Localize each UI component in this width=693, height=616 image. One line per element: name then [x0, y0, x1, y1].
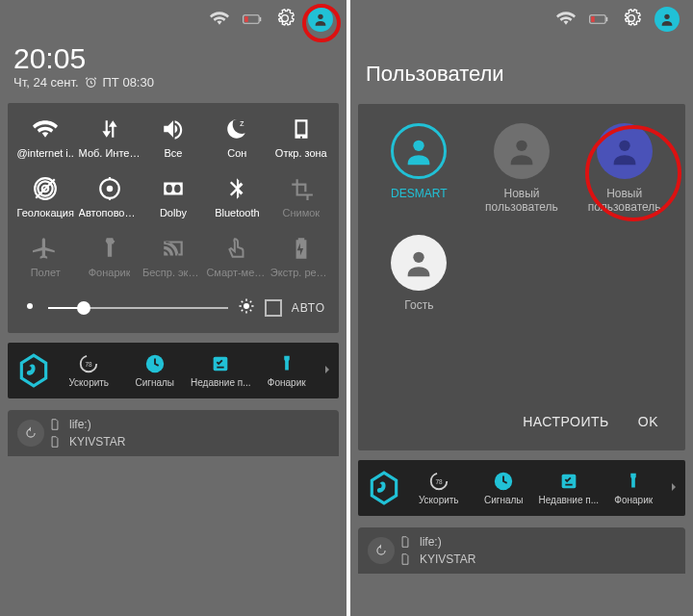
wifi-icon — [210, 9, 229, 31]
tool-torch2[interactable]: Фонарик — [602, 471, 667, 505]
tool-gauge[interactable]: Ускорить — [56, 353, 122, 388]
brightness-low-icon — [21, 297, 38, 318]
status-bar — [350, 0, 693, 38]
svg-rect-23 — [260, 17, 261, 21]
ok-button[interactable]: OK — [638, 414, 658, 429]
chevron-right-icon[interactable] — [320, 362, 335, 380]
svg-rect-28 — [591, 16, 595, 22]
qs-dolby[interactable]: Dolby — [141, 176, 205, 218]
tool-clock[interactable]: Сигналы — [472, 471, 537, 505]
status-bar — [0, 0, 346, 38]
qs-rotate[interactable]: Автоповорот — [77, 176, 141, 218]
notif-line2: KYIVSTAR — [420, 552, 475, 566]
brightness-high-icon — [238, 297, 255, 318]
qs-touch[interactable]: Смарт-меню — [205, 236, 269, 278]
brightness-row: АВТО — [8, 286, 339, 333]
user-avatar-icon[interactable] — [308, 7, 333, 32]
alarm-icon — [85, 76, 97, 89]
configure-button[interactable]: НАСТРОИТЬ — [523, 414, 609, 429]
date-text: Чт, 24 сент. — [13, 75, 79, 90]
qs-volume[interactable]: Все — [141, 116, 205, 159]
svg-rect-24 — [244, 16, 248, 22]
user-avatar-icon[interactable] — [654, 7, 680, 32]
qs-hotspot[interactable]: Откр. зона — [270, 116, 333, 159]
history-icon — [368, 537, 395, 564]
brightness-slider[interactable] — [48, 307, 228, 309]
qs-data[interactable]: Моб. Интернет — [77, 116, 141, 159]
notif-line2: KYIVSTAR — [69, 435, 125, 449]
notification-card[interactable]: life:) KYIVSTAR — [8, 410, 339, 456]
auto-brightness-checkbox[interactable] — [265, 299, 282, 317]
qs-gps[interactable]: Геолокация — [13, 176, 77, 218]
notification-card[interactable]: life:) KYIVSTAR — [358, 527, 685, 574]
users-title: Пользователи — [350, 38, 693, 100]
tool-torch2[interactable]: Фонарик — [254, 353, 321, 388]
sim-icon — [398, 552, 412, 566]
user-blue[interactable]: Новый пользователь — [573, 123, 676, 214]
svg-point-25 — [27, 303, 33, 309]
sim-icon — [398, 535, 412, 549]
auto-brightness-label: АВТО — [292, 301, 325, 315]
svg-rect-27 — [606, 17, 607, 21]
notif-line1: life:) — [69, 418, 91, 431]
qs-bt[interactable]: Bluetooth — [205, 176, 269, 218]
user-white[interactable]: Гость — [368, 235, 471, 312]
booster-logo-icon[interactable] — [12, 348, 56, 393]
qs-cast[interactable]: Беспр. экран — [141, 236, 205, 278]
tool-clock[interactable]: Сигналы — [122, 353, 189, 388]
qs-crop[interactable]: Снимок — [270, 176, 333, 218]
booster-logo-icon[interactable] — [362, 466, 406, 510]
quick-settings-panel: @internet i..Моб. ИнтернетВсеСонОткр. зо… — [8, 103, 339, 333]
tool-strip: УскоритьСигналыНедавние п...Фонарик — [8, 343, 339, 398]
users-panel: DESMARTНовый пользовательНовый пользоват… — [358, 104, 685, 450]
chevron-right-icon[interactable] — [666, 479, 681, 498]
sim-icon — [48, 418, 62, 431]
alarm-text: ПТ 08:30 — [103, 75, 154, 90]
tool-checklist[interactable]: Недавние п... — [536, 471, 602, 505]
qs-wifi[interactable]: @internet i.. — [13, 116, 77, 159]
screen-users: Пользователи DESMARTНовый пользовательНо… — [346, 0, 693, 616]
tool-strip: УскоритьСигналыНедавние п...Фонарик — [358, 460, 685, 516]
tool-gauge[interactable]: Ускорить — [406, 471, 472, 505]
screen-quick-settings: 20:05 Чт, 24 сент. ПТ 08:30 @internet i.… — [0, 0, 346, 616]
sim-icon — [48, 435, 62, 449]
wifi-icon — [556, 9, 576, 31]
user-grey[interactable]: Новый пользователь — [471, 123, 574, 214]
battery-icon — [243, 10, 262, 29]
qs-plane[interactable]: Полет — [13, 236, 77, 278]
settings-icon[interactable] — [622, 9, 641, 31]
notif-line1: life:) — [420, 535, 442, 549]
time-text: 20:05 — [13, 42, 333, 75]
qs-batt[interactable]: Экстр. режим — [270, 236, 333, 278]
qs-moon[interactable]: Сон — [205, 116, 269, 159]
user-main[interactable]: DESMART — [368, 123, 471, 214]
clock-block: 20:05 Чт, 24 сент. ПТ 08:30 — [0, 38, 346, 99]
battery-icon — [589, 10, 608, 29]
tool-checklist[interactable]: Недавние п... — [188, 353, 254, 388]
qs-torch[interactable]: Фонарик — [77, 236, 141, 278]
history-icon — [17, 420, 44, 447]
settings-icon[interactable] — [275, 9, 295, 31]
